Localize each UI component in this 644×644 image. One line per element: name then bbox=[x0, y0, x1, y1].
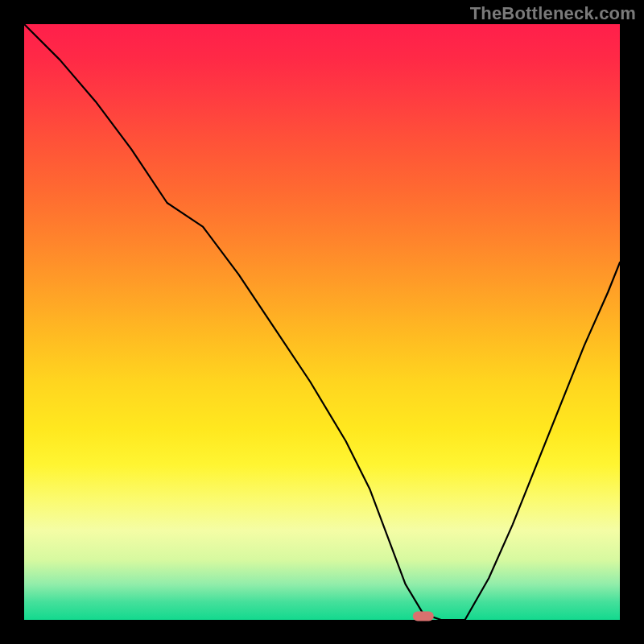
optimal-marker bbox=[413, 612, 434, 621]
watermark-label: TheBottleneck.com bbox=[470, 3, 636, 24]
plot-svg bbox=[24, 24, 620, 620]
chart-frame: TheBottleneck.com bbox=[0, 0, 644, 644]
bottleneck-curve bbox=[24, 24, 620, 620]
